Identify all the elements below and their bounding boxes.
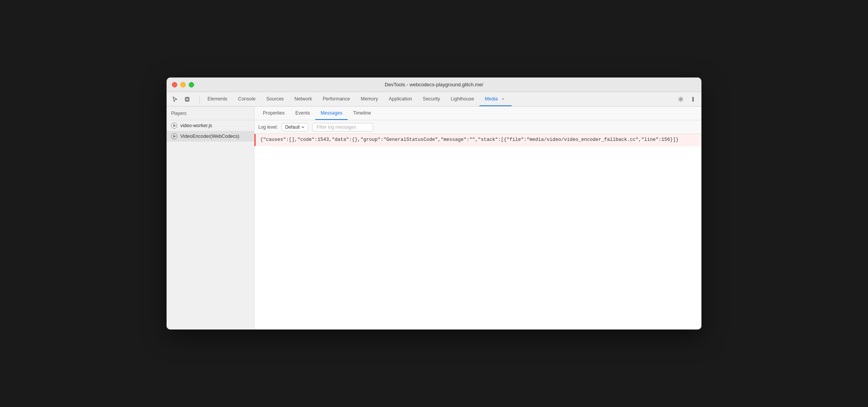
play-icon-video-encoder [171, 133, 177, 139]
svg-rect-1 [186, 98, 188, 100]
content-tab-messages[interactable]: Messages [315, 107, 348, 120]
sidebar-item-label-video-worker: video-worker.js [180, 123, 212, 128]
content-area: Properties Events Messages Timeline Log … [254, 107, 701, 329]
filter-bar: Log level: Default [254, 120, 701, 134]
message-row: {"causes":[],"code":1543,"data":{},"grou… [254, 134, 701, 146]
sidebar-item-label-video-encoder: VideoEncoder(WebCodecs) [180, 134, 240, 139]
tab-elements[interactable]: Elements [202, 92, 233, 106]
minimize-button[interactable] [180, 82, 186, 87]
sidebar-item-video-encoder[interactable]: VideoEncoder(WebCodecs) [167, 131, 254, 142]
svg-point-2 [680, 98, 682, 100]
content-tabs: Properties Events Messages Timeline [254, 107, 701, 120]
tab-lighthouse[interactable]: Lighthouse [445, 92, 479, 106]
tab-network[interactable]: Network [289, 92, 317, 106]
maximize-button[interactable] [189, 82, 194, 87]
toolbar-divider [199, 95, 200, 103]
cursor-svg [172, 96, 178, 102]
layers-icon[interactable] [182, 94, 193, 105]
main-area: Players video-worker.js VideoEncoder(Web… [167, 107, 701, 329]
sidebar-header: Players [167, 107, 254, 120]
chevron-down-icon [301, 125, 305, 129]
svg-point-3 [693, 97, 693, 98]
traffic-lights [172, 82, 194, 87]
toolbar: Elements Console Sources Network Perform… [167, 92, 701, 107]
message-text: {"causes":[],"code":1543,"data":{},"grou… [260, 137, 679, 142]
toolbar-left-icons [170, 94, 193, 105]
content-tab-properties[interactable]: Properties [257, 107, 290, 120]
sidebar-item-video-worker[interactable]: video-worker.js [167, 120, 254, 131]
tab-console[interactable]: Console [233, 92, 261, 106]
svg-point-5 [693, 100, 693, 101]
tab-application[interactable]: Application [383, 92, 417, 106]
log-level-value: Default [285, 124, 300, 130]
log-level-dropdown[interactable]: Default [282, 123, 308, 131]
tab-security[interactable]: Security [418, 92, 445, 106]
content-tab-events[interactable]: Events [290, 107, 315, 120]
filter-log-input[interactable] [312, 123, 373, 131]
tab-performance[interactable]: Performance [317, 92, 356, 106]
nav-tabs: Elements Console Sources Network Perform… [202, 92, 675, 106]
tab-memory[interactable]: Memory [355, 92, 383, 106]
play-icon-video-worker [171, 123, 177, 129]
layers-svg [184, 96, 190, 102]
devtools-window: DevTools - webcodecs-playground.glitch.m… [167, 78, 701, 329]
tab-close-media[interactable]: × [500, 96, 506, 102]
cursor-icon[interactable] [170, 94, 180, 105]
close-button[interactable] [172, 82, 177, 87]
tab-media[interactable]: Media × [479, 92, 512, 106]
toolbar-right [675, 94, 698, 105]
settings-svg [678, 96, 684, 102]
svg-point-4 [693, 99, 693, 99]
messages-area: {"causes":[],"code":1543,"data":{},"grou… [254, 134, 701, 329]
more-svg [690, 96, 696, 102]
window-title: DevTools - webcodecs-playground.glitch.m… [385, 82, 483, 87]
title-bar: DevTools - webcodecs-playground.glitch.m… [167, 78, 701, 92]
content-tab-timeline[interactable]: Timeline [348, 107, 376, 120]
sidebar: Players video-worker.js VideoEncoder(Web… [167, 107, 254, 329]
log-level-label: Log level: [258, 124, 278, 130]
tab-sources[interactable]: Sources [261, 92, 289, 106]
settings-icon[interactable] [675, 94, 686, 105]
more-icon[interactable] [688, 94, 698, 105]
